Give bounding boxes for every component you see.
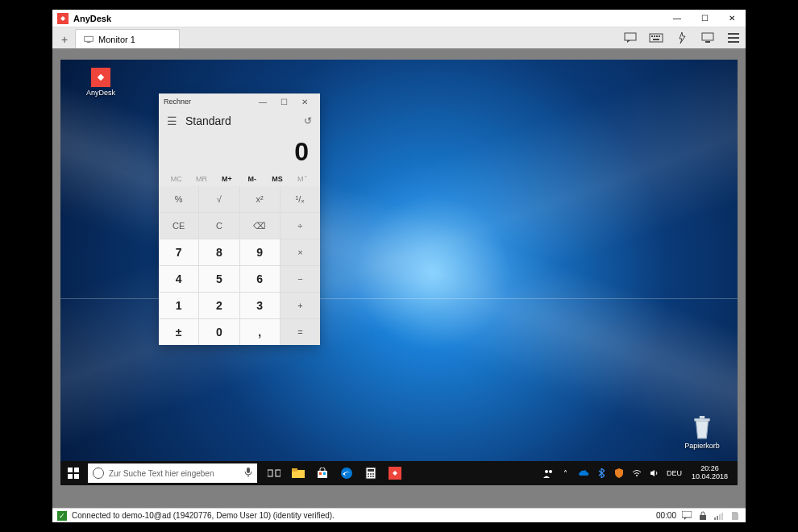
close-button[interactable]: ✕ — [718, 10, 746, 27]
hamburger-icon[interactable]: ☰ — [167, 114, 177, 127]
tray-people-icon[interactable] — [542, 468, 554, 479]
calc-maximize-button[interactable]: ☐ — [273, 98, 294, 106]
mem-mr[interactable]: MR — [189, 175, 214, 183]
svg-rect-9 — [653, 39, 659, 40]
tray-network-icon[interactable] — [631, 468, 642, 479]
tray-language[interactable]: DEU — [667, 469, 682, 477]
key-add[interactable]: + — [281, 293, 320, 318]
status-file-icon[interactable] — [729, 510, 741, 522]
svg-point-43 — [636, 475, 638, 476]
mem-mlist[interactable]: M˅ — [290, 175, 315, 183]
svg-rect-23 — [248, 475, 249, 477]
svg-rect-24 — [268, 470, 272, 476]
key-subtract[interactable]: − — [281, 266, 320, 292]
svg-point-38 — [370, 476, 372, 477]
mem-mminus[interactable]: M- — [239, 175, 264, 183]
taskbar-store[interactable] — [310, 461, 335, 485]
system-tray: ˄ DEU 20:26 10.04.2018 — [542, 465, 738, 481]
key-backspace[interactable]: ⌫ — [240, 213, 280, 239]
new-tab-button[interactable]: + — [56, 31, 73, 48]
key-ce[interactable]: CE — [159, 213, 198, 239]
key-reciprocal[interactable]: ¹/ₓ — [281, 186, 320, 212]
svg-rect-8 — [659, 35, 660, 37]
status-check-icon: ✓ — [57, 511, 67, 521]
menu-icon[interactable] — [726, 31, 741, 45]
key-negate[interactable]: ± — [159, 319, 198, 345]
svg-rect-29 — [319, 472, 322, 475]
key-1[interactable]: 1 — [159, 293, 198, 318]
key-percent[interactable]: % — [159, 186, 198, 212]
key-7[interactable]: 7 — [159, 239, 198, 265]
tab-monitor-1[interactable]: Monitor 1 — [75, 29, 180, 48]
task-view-button[interactable] — [262, 461, 286, 485]
key-9[interactable]: 9 — [240, 239, 280, 265]
monitor-icon — [84, 35, 94, 44]
key-5[interactable]: 5 — [199, 266, 239, 292]
display-icon[interactable] — [700, 31, 715, 45]
status-chat-icon[interactable] — [681, 510, 692, 522]
calc-close-button[interactable]: ✕ — [294, 98, 315, 106]
anydesk-window: AnyDesk — ☐ ✕ + Monitor 1 AnyDesk — [52, 10, 746, 522]
calculator-window[interactable]: Rechner — ☐ ✕ ☰ Standard ↺ 0 MC MR M+ M- — [159, 94, 320, 345]
desktop-icon-recycle-bin[interactable]: Papierkorb — [678, 416, 726, 450]
start-button[interactable] — [60, 461, 86, 485]
key-c[interactable]: C — [199, 213, 239, 239]
mem-ms[interactable]: MS — [264, 175, 289, 183]
svg-rect-19 — [74, 468, 79, 472]
maximize-button[interactable]: ☐ — [691, 10, 718, 27]
key-8[interactable]: 8 — [199, 239, 239, 265]
svg-rect-20 — [68, 474, 73, 479]
mem-mplus[interactable]: M+ — [214, 175, 239, 183]
tray-onedrive-icon[interactable] — [578, 468, 589, 479]
tray-volume-icon[interactable] — [649, 468, 660, 479]
mem-mc[interactable]: MC — [164, 175, 189, 183]
minimize-button[interactable]: — — [663, 10, 691, 27]
key-4[interactable]: 4 — [159, 266, 198, 292]
svg-rect-1 — [85, 36, 94, 41]
calc-minimize-button[interactable]: — — [252, 98, 273, 106]
taskbar-calculator[interactable] — [359, 461, 383, 485]
calculator-mode: Standard — [185, 114, 296, 127]
calculator-display: 0 — [159, 132, 320, 175]
svg-rect-12 — [728, 33, 739, 35]
chat-icon[interactable] — [623, 31, 638, 45]
svg-rect-30 — [323, 472, 326, 475]
mic-icon[interactable] — [244, 467, 252, 480]
svg-rect-5 — [651, 35, 653, 37]
key-equals[interactable]: = — [281, 319, 320, 345]
svg-point-35 — [370, 473, 372, 475]
status-lock-icon[interactable] — [697, 510, 709, 522]
taskbar-edge[interactable] — [335, 461, 359, 485]
svg-point-41 — [545, 470, 548, 473]
key-6[interactable]: 6 — [240, 266, 280, 292]
key-2[interactable]: 2 — [199, 293, 239, 318]
keyboard-icon[interactable] — [649, 31, 663, 45]
svg-rect-17 — [700, 416, 704, 418]
key-3[interactable]: 3 — [240, 293, 280, 318]
calculator-title: Rechner — [164, 98, 191, 106]
svg-rect-7 — [656, 35, 658, 37]
key-divide[interactable]: ÷ — [281, 213, 320, 239]
calculator-titlebar[interactable]: Rechner — ☐ ✕ — [159, 94, 320, 110]
search-box[interactable]: Zur Suche Text hier eingeben — [88, 463, 257, 483]
key-0[interactable]: 0 — [199, 319, 239, 345]
remote-desktop[interactable]: AnyDesk Papierkorb Rechner — ☐ ✕ ☰ Stand… — [60, 60, 738, 485]
app-title: AnyDesk — [73, 14, 111, 23]
taskbar-anydesk[interactable] — [383, 461, 407, 485]
key-sqrt[interactable]: √ — [199, 186, 239, 212]
key-square[interactable]: x² — [240, 186, 280, 212]
tab-label: Monitor 1 — [98, 35, 135, 44]
windows-taskbar: Zur Suche Text hier eingeben ˄ — [60, 461, 738, 485]
status-signal-icon[interactable] — [713, 510, 725, 522]
actions-icon[interactable] — [675, 31, 689, 45]
history-icon[interactable]: ↺ — [304, 115, 312, 127]
tray-bluetooth-icon[interactable] — [596, 468, 607, 479]
desktop-icon-anydesk[interactable]: AnyDesk — [77, 68, 125, 97]
svg-rect-47 — [717, 516, 718, 520]
tray-overflow-icon[interactable]: ˄ — [560, 468, 571, 479]
tray-clock[interactable]: 20:26 10.04.2018 — [688, 465, 731, 481]
taskbar-file-explorer[interactable] — [286, 461, 310, 485]
key-decimal[interactable]: , — [240, 319, 280, 345]
tray-security-icon[interactable] — [613, 468, 625, 479]
key-multiply[interactable]: × — [281, 239, 320, 265]
